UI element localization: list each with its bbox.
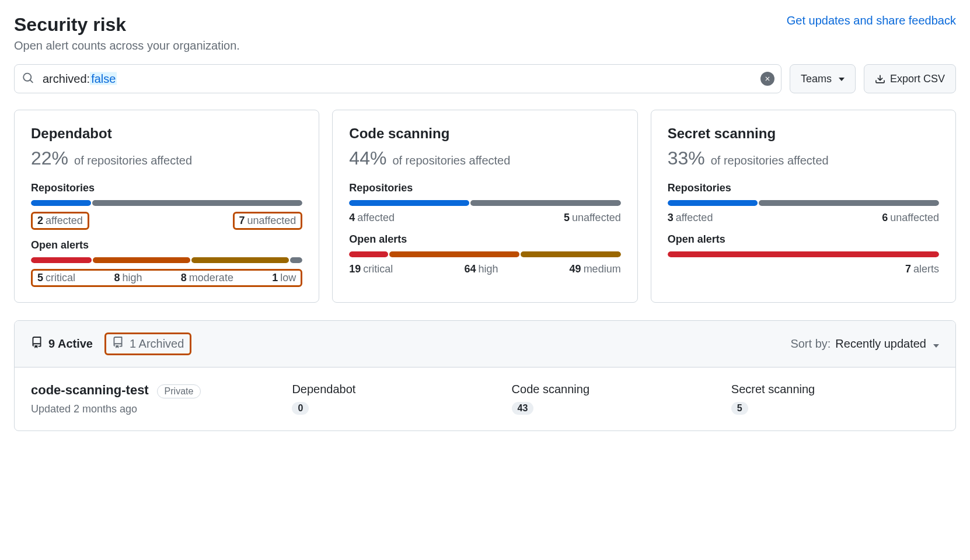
search-field-wrap: archived:false xyxy=(14,64,781,93)
card-secret-scanning: Secret scanning 33% of repositories affe… xyxy=(651,110,956,303)
card-percent: 22% xyxy=(31,148,68,169)
card-title: Code scanning xyxy=(349,125,620,142)
card-title: Secret scanning xyxy=(668,125,939,142)
affected-stat[interactable]: 3affected xyxy=(668,212,713,224)
card-percent: 33% xyxy=(668,148,705,169)
tab-archived[interactable]: 1 Archived xyxy=(112,337,184,351)
unaffected-stat[interactable]: 6unaffected xyxy=(882,212,939,224)
download-icon xyxy=(875,73,885,85)
count-badge: 5 xyxy=(731,402,748,415)
card-code-scanning: Code scanning 44% of repositories affect… xyxy=(332,110,637,303)
tab-archived-highlight: 1 Archived xyxy=(104,332,191,355)
count-badge: 43 xyxy=(512,402,534,415)
repositories-label: Repositories xyxy=(668,182,939,194)
clear-search-icon[interactable] xyxy=(760,72,774,86)
count-badge: 0 xyxy=(292,402,309,415)
card-dependabot: Dependabot 22% of repositories affected … xyxy=(14,110,319,303)
open-alerts-bar xyxy=(349,251,620,257)
affected-stat[interactable]: 4affected xyxy=(349,212,395,224)
page-title: Security risk xyxy=(14,14,126,36)
page-subtitle: Open alert counts across your organizati… xyxy=(14,39,956,52)
repositories-label: Repositories xyxy=(31,182,302,194)
sort-dropdown[interactable]: Sort by: Recently updated xyxy=(790,337,939,351)
card-percent-label: of repositories affected xyxy=(74,154,192,167)
repositories-label: Repositories xyxy=(349,182,620,194)
repo-icon xyxy=(31,337,43,351)
open-alerts-label: Open alerts xyxy=(668,233,939,246)
repo-icon xyxy=(112,337,124,351)
export-csv-button[interactable]: Export CSV xyxy=(864,64,956,93)
repo-updated: Updated 2 months ago xyxy=(31,403,280,415)
severity-stat[interactable]: 19critical xyxy=(349,263,393,275)
repository-table: 9 Active 1 Archived Sort by: Recently up… xyxy=(14,320,956,431)
col-dependabot: Dependabot 0 xyxy=(292,383,500,415)
card-title: Dependabot xyxy=(31,125,302,142)
open-alerts-bar xyxy=(31,257,302,263)
repositories-bar xyxy=(349,200,620,206)
col-code-scanning: Code scanning 43 xyxy=(512,383,720,415)
repositories-bar xyxy=(31,200,302,206)
teams-dropdown[interactable]: Teams xyxy=(790,64,856,93)
open-alerts-bar xyxy=(668,251,939,257)
search-icon xyxy=(22,72,34,86)
visibility-badge: Private xyxy=(157,384,201,398)
alerts-stat[interactable]: 7alerts xyxy=(905,263,939,275)
card-percent: 44% xyxy=(349,148,386,169)
table-row[interactable]: code-scanning-test Private Updated 2 mon… xyxy=(15,368,955,430)
tab-active[interactable]: 9 Active xyxy=(31,337,93,351)
severity-stats-highlight[interactable]: 5critical 8high 8moderate 1low xyxy=(31,269,302,287)
caret-down-icon xyxy=(933,337,939,351)
feedback-link[interactable]: Get updates and share feedback xyxy=(787,14,956,27)
open-alerts-label: Open alerts xyxy=(31,239,302,251)
card-percent-label: of repositories affected xyxy=(711,154,829,167)
col-secret-scanning: Secret scanning 5 xyxy=(731,383,939,415)
search-input[interactable] xyxy=(14,64,781,93)
unaffected-stat[interactable]: 5unaffected xyxy=(564,212,621,224)
repo-name[interactable]: code-scanning-test xyxy=(31,383,149,397)
unaffected-stat-highlight[interactable]: 7unaffected xyxy=(233,212,303,230)
affected-stat-highlight[interactable]: 2affected xyxy=(31,212,89,230)
card-percent-label: of repositories affected xyxy=(392,154,510,167)
severity-stat[interactable]: 49medium xyxy=(570,263,621,275)
repositories-bar xyxy=(668,200,939,206)
open-alerts-label: Open alerts xyxy=(349,233,620,246)
severity-stat[interactable]: 64high xyxy=(464,263,498,275)
caret-down-icon xyxy=(839,73,845,85)
